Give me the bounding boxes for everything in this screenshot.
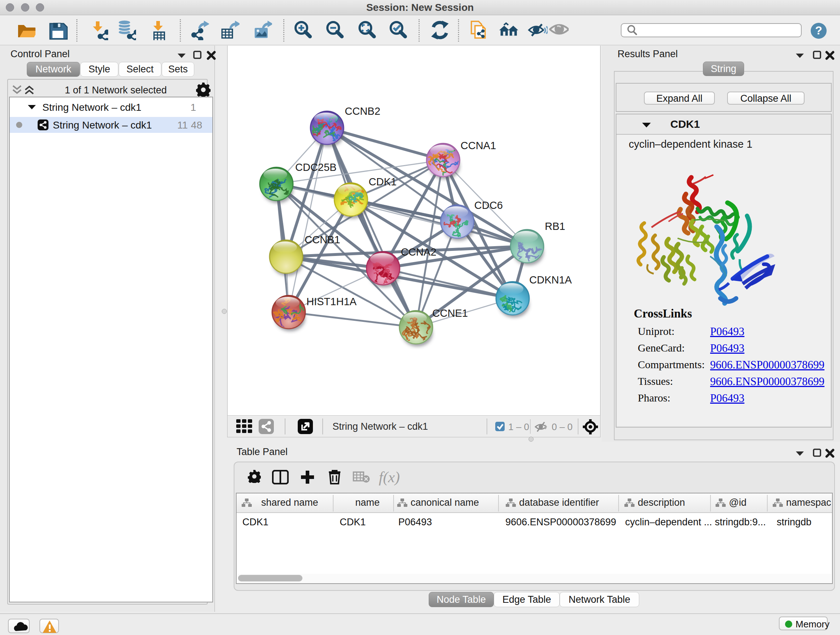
svg-text:HIST1H1A: HIST1H1A (306, 296, 357, 307)
svg-text:?: ? (815, 24, 822, 37)
svg-text:CDK1: CDK1 (369, 176, 396, 187)
svg-text:CCNA1: CCNA1 (461, 140, 496, 151)
svg-text:CDKN1A: CDKN1A (529, 274, 572, 286)
svg-text:CDC6: CDC6 (474, 200, 503, 211)
svg-text:CCNB1: CCNB1 (305, 234, 340, 245)
svg-text:CDC25B: CDC25B (295, 162, 336, 173)
svg-text:CCNB2: CCNB2 (345, 105, 380, 117)
svg-text:CCNA2: CCNA2 (401, 246, 436, 258)
svg-text:CCNE1: CCNE1 (432, 307, 468, 319)
svg-text:RB1: RB1 (545, 220, 565, 232)
